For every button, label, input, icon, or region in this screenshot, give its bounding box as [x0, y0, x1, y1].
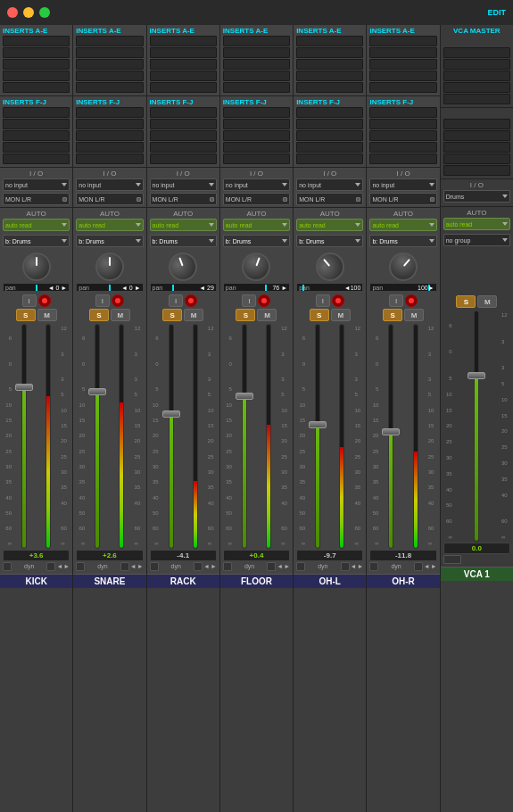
insert-slot-1[interactable] [223, 47, 290, 58]
insert-slot-3[interactable] [3, 70, 70, 81]
insert-slot-4[interactable] [443, 94, 510, 104]
insert-slot-4[interactable] [223, 82, 290, 93]
auto-dropdown-floor[interactable]: auto read [223, 219, 290, 231]
record-btn-snare[interactable] [112, 294, 124, 307]
record-btn-rack[interactable] [185, 294, 197, 307]
dyn-right-btn-snare[interactable] [120, 562, 129, 571]
send-knob-floor[interactable] [238, 248, 275, 285]
input-dropdown-rack[interactable]: no input [150, 178, 217, 191]
input-monitor-btn-rack[interactable]: I [169, 294, 183, 307]
input-monitor-btn-ohr[interactable]: I [389, 294, 403, 307]
insert-slot-2[interactable] [369, 130, 436, 141]
insert-slot-4[interactable] [76, 153, 143, 164]
insert-slot-4[interactable] [369, 153, 436, 164]
dyn-right-btn-ohr[interactable] [414, 562, 423, 571]
group-dropdown-ohl[interactable]: b: Drums [296, 235, 363, 247]
insert-slot-0[interactable] [223, 36, 290, 46]
dyn-left-btn-ohl[interactable] [296, 562, 305, 571]
dyn-left-btn-floor[interactable] [223, 562, 232, 571]
insert-slot-2[interactable] [150, 59, 217, 70]
insert-slot-4[interactable] [223, 153, 290, 164]
insert-slot-0[interactable] [3, 107, 70, 118]
insert-slot-3[interactable] [369, 70, 436, 81]
pan-bar-snare[interactable]: pan ◄ 0 ► [76, 283, 143, 292]
insert-slot-3[interactable] [76, 142, 143, 153]
insert-slot-1[interactable] [296, 47, 363, 58]
insert-slot-3[interactable] [443, 82, 510, 93]
input-monitor-btn-floor[interactable]: I [242, 294, 256, 307]
insert-slot-1[interactable] [150, 119, 217, 129]
insert-slot-4[interactable] [3, 153, 70, 164]
insert-slot-0[interactable] [223, 107, 290, 118]
insert-slot-2[interactable] [443, 70, 510, 81]
mute-btn-vca[interactable]: M [477, 295, 497, 308]
pan-bar-rack[interactable]: pan ◄ 29 [150, 283, 217, 292]
insert-slot-4[interactable] [369, 82, 436, 93]
input-dropdown-ohr[interactable]: no input [369, 178, 436, 191]
send-knob-kick[interactable] [22, 253, 51, 281]
monitor-dropdown-floor[interactable]: MON L/R [223, 193, 290, 205]
record-btn-ohr[interactable] [405, 294, 418, 307]
record-btn-floor[interactable] [258, 294, 270, 307]
dyn-right-btn-floor[interactable] [267, 562, 276, 571]
pan-bar-floor[interactable]: pan 76 ► [223, 283, 290, 292]
insert-slot-2[interactable] [3, 59, 70, 70]
dyn-right-btn-ohl[interactable] [341, 562, 350, 571]
traffic-light-minimize[interactable] [23, 7, 34, 18]
pan-bar-kick[interactable]: pan ◄ 0 ► [3, 283, 70, 292]
insert-slot-0[interactable] [76, 36, 143, 46]
insert-slot-0[interactable] [369, 107, 436, 118]
monitor-dropdown-ohl[interactable]: MON L/R [296, 193, 363, 205]
auto-dropdown-ohl[interactable]: auto read [296, 219, 363, 231]
auto-dropdown-snare[interactable]: auto read [76, 219, 143, 231]
insert-slot-1[interactable] [369, 47, 436, 58]
insert-slot-0[interactable] [76, 107, 143, 118]
send-knob-snare[interactable] [95, 253, 124, 281]
fader-thumb-snare[interactable] [88, 388, 106, 395]
group-dropdown-kick[interactable]: b: Drums [3, 235, 70, 247]
dyn-right-btn-kick[interactable] [46, 562, 55, 571]
insert-slot-2[interactable] [296, 59, 363, 70]
fader-track-kick[interactable] [21, 324, 27, 549]
insert-slot-2[interactable] [150, 130, 217, 141]
auto-dropdown-vca[interactable]: auto read [443, 218, 510, 230]
fader-track-rack[interactable] [169, 324, 174, 549]
insert-slot-2[interactable] [296, 130, 363, 141]
traffic-light-close[interactable] [7, 7, 18, 18]
traffic-light-maximize[interactable] [39, 7, 50, 18]
insert-slot-1[interactable] [76, 119, 143, 129]
insert-slot-3[interactable] [296, 70, 363, 81]
input-dropdown-snare[interactable]: no input [76, 178, 143, 191]
mute-btn-ohr[interactable]: M [404, 309, 424, 321]
fader-track-ohr[interactable] [388, 324, 393, 549]
solo-btn-floor[interactable]: S [236, 309, 255, 321]
input-monitor-btn-ohl[interactable]: I [316, 294, 330, 307]
monitor-dropdown-snare[interactable]: MON L/R [76, 193, 143, 205]
insert-slot-4[interactable] [3, 82, 70, 93]
insert-slot-0[interactable] [369, 36, 436, 46]
pan-bar-ohr[interactable]: pan 100► [369, 283, 436, 292]
insert-slot-3[interactable] [223, 70, 290, 81]
monitor-dropdown-kick[interactable]: MON L/R [3, 193, 70, 205]
insert-slot-2[interactable] [369, 59, 436, 70]
fader-track-floor[interactable] [242, 324, 247, 549]
solo-btn-snare[interactable]: S [89, 309, 109, 321]
input-monitor-btn-snare[interactable]: I [95, 294, 110, 307]
fader-thumb-ohr[interactable] [382, 428, 400, 435]
fader-thumb-kick[interactable] [15, 384, 33, 391]
dyn-left-btn-rack[interactable] [150, 562, 159, 571]
mute-btn-rack[interactable]: M [184, 309, 203, 321]
insert-slot-2[interactable] [76, 130, 143, 141]
input-monitor-btn-kick[interactable]: I [22, 294, 37, 307]
auto-dropdown-rack[interactable]: auto read [150, 219, 217, 231]
insert-slot-2[interactable] [76, 59, 143, 70]
insert-slot-3[interactable] [76, 70, 143, 81]
record-btn-ohl[interactable] [332, 294, 344, 307]
solo-btn-kick[interactable]: S [16, 309, 36, 321]
input-dropdown-kick[interactable]: no input [3, 178, 70, 191]
insert-slot-0[interactable] [443, 47, 510, 58]
insert-slot-0[interactable] [150, 36, 217, 46]
insert-slot-3[interactable] [150, 70, 217, 81]
fader-track-vca[interactable] [474, 311, 479, 542]
monitor-dropdown-ohr[interactable]: MON L/R [369, 193, 436, 205]
